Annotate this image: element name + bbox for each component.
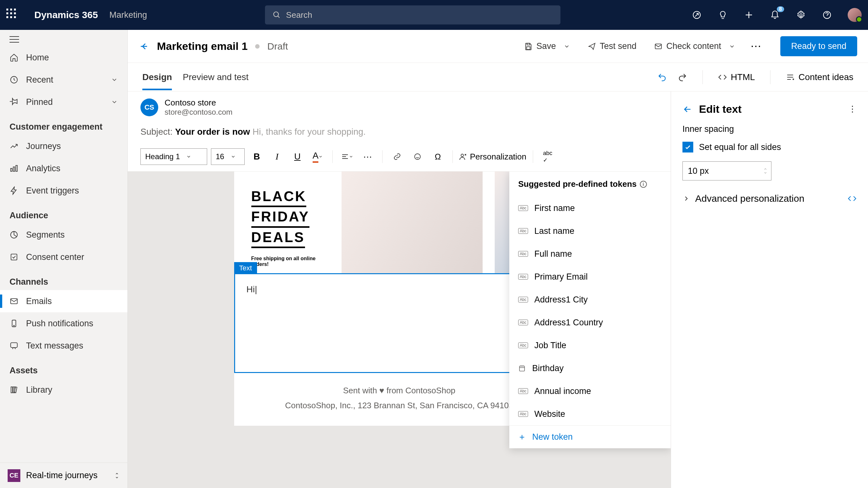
panel-more-button[interactable]: ⋮ — [848, 108, 857, 111]
chevron-down-icon — [318, 154, 323, 159]
fontsize-select[interactable]: 16 — [211, 148, 245, 165]
advanced-personalization-toggle[interactable]: Advanced personalization — [671, 180, 868, 217]
html-button[interactable]: HTML — [718, 72, 755, 82]
undo-button[interactable] — [657, 72, 667, 82]
save-icon — [524, 42, 532, 51]
email-canvas[interactable]: BLACK FRIDAY DEALS Free shipping on all … — [128, 172, 671, 488]
nav-push[interactable]: Push notifications — [0, 312, 127, 335]
symbol-button[interactable]: Ω — [430, 148, 446, 165]
emoji-button[interactable] — [409, 148, 426, 165]
token-item[interactable]: AbcAddress1 Country — [509, 311, 671, 334]
nav-label: Segments — [26, 230, 65, 240]
area-switcher[interactable]: CE Real-time journeys — [0, 463, 127, 488]
area-label: Real-time journeys — [26, 470, 97, 480]
spellcheck-button[interactable]: abc✓ — [539, 148, 556, 165]
nav-event-triggers[interactable]: Event triggers — [0, 180, 127, 202]
nav-analytics[interactable]: Analytics — [0, 157, 127, 180]
token-item[interactable]: AbcAddress1 City — [509, 288, 671, 311]
svg-point-18 — [14, 325, 14, 326]
test-send-button[interactable]: Test send — [588, 41, 637, 51]
hero-image-1[interactable] — [342, 172, 483, 273]
nav-label: Home — [26, 53, 49, 63]
token-item[interactable]: AbcJob Title — [509, 334, 671, 357]
nav-text[interactable]: Text messages — [0, 335, 127, 357]
app-launcher-icon[interactable] — [6, 8, 19, 21]
sender-email: store@contoso.com — [164, 108, 232, 117]
check-content-button[interactable]: Check content — [654, 41, 735, 51]
spacing-input[interactable]: 10 px — [682, 161, 771, 180]
token-item[interactable]: AbcFirst name — [509, 197, 671, 219]
token-item[interactable]: AbcAnnual income — [509, 380, 671, 402]
block-type-tag: Text — [234, 262, 257, 274]
redo-button[interactable] — [678, 72, 687, 82]
editor-tabs: Design Preview and test HTML Content ide… — [128, 63, 868, 92]
token-item[interactable]: AbcPrimary Email — [509, 265, 671, 288]
properties-panel: Edit text ⋮ Inner spacing Set equal for … — [671, 92, 868, 488]
nav-group-header: Channels — [0, 268, 127, 290]
bold-button[interactable]: B — [248, 148, 265, 165]
save-button[interactable]: Save — [524, 41, 570, 51]
nav-pinned[interactable]: Pinned — [0, 91, 127, 113]
new-token-button[interactable]: New token — [509, 425, 671, 448]
collapse-nav-button[interactable] — [0, 30, 127, 47]
nav-recent[interactable]: Recent — [0, 69, 127, 91]
more-actions-button[interactable]: ⋯ — [750, 43, 763, 49]
font-color-button[interactable]: A — [309, 148, 326, 165]
link-button[interactable] — [389, 148, 405, 165]
nav-library[interactable]: Library — [0, 379, 127, 401]
user-avatar[interactable] — [848, 8, 862, 22]
chevron-down-icon[interactable] — [729, 43, 735, 50]
ready-to-send-button[interactable]: Ready to send — [780, 36, 857, 56]
token-item[interactable]: Birthday — [509, 357, 671, 380]
nav-home[interactable]: Home — [0, 47, 127, 69]
content-ideas-button[interactable]: Content ideas — [786, 72, 854, 82]
consent-icon — [9, 252, 19, 262]
underline-button[interactable]: U — [289, 148, 306, 165]
info-icon[interactable]: i — [640, 181, 647, 188]
status-indicator — [255, 44, 259, 49]
chevron-down-icon — [349, 154, 353, 159]
nav-emails[interactable]: Emails — [0, 290, 127, 312]
align-icon — [341, 153, 349, 160]
chevron-down-icon[interactable] — [564, 43, 570, 50]
spinner-arrows[interactable] — [763, 167, 768, 175]
svg-rect-19 — [11, 343, 18, 347]
subject-row[interactable]: Subject: Your order is now Hi, thanks fo… — [128, 123, 671, 145]
svg-rect-11 — [11, 169, 12, 171]
back-button[interactable] — [138, 41, 149, 52]
nav-journeys[interactable]: Journeys — [0, 135, 127, 157]
nav-label: Analytics — [26, 163, 60, 174]
nav-label: Emails — [26, 297, 52, 306]
equal-sides-checkbox[interactable]: Set equal for all sides — [682, 142, 857, 152]
nav-segments[interactable]: Segments — [0, 224, 127, 246]
search-icon — [273, 11, 281, 19]
svg-rect-12 — [13, 167, 15, 171]
token-item[interactable]: AbcLast name — [509, 219, 671, 242]
help-icon[interactable] — [822, 9, 832, 20]
italic-button[interactable]: I — [269, 148, 285, 165]
notifications-icon[interactable]: 8 — [770, 9, 780, 20]
tab-design[interactable]: Design — [142, 64, 172, 90]
nav-consent[interactable]: Consent center — [0, 246, 127, 268]
svg-rect-15 — [11, 254, 17, 260]
sender-row[interactable]: CS Contoso store store@contoso.com — [128, 92, 671, 123]
search-input[interactable] — [286, 10, 553, 20]
align-button[interactable] — [339, 148, 355, 165]
panel-back-button[interactable] — [682, 104, 693, 114]
settings-icon[interactable] — [796, 9, 806, 20]
code-icon[interactable] — [848, 194, 857, 203]
tab-preview[interactable]: Preview and test — [183, 64, 248, 90]
add-icon[interactable] — [743, 9, 754, 20]
token-item[interactable]: AbcWebsite — [509, 402, 671, 425]
share-icon[interactable] — [691, 9, 702, 20]
personalization-button[interactable]: Personalization — [459, 152, 526, 162]
text-content[interactable]: Hi| — [247, 284, 552, 295]
svg-rect-13 — [16, 165, 18, 172]
global-search[interactable] — [265, 5, 560, 25]
token-item[interactable]: AbcFull name — [509, 242, 671, 265]
svg-line-1 — [278, 16, 280, 18]
library-icon — [9, 386, 19, 394]
lightbulb-icon[interactable] — [717, 9, 728, 20]
heading-select[interactable]: Heading 1 — [141, 148, 207, 165]
more-format-button[interactable]: ⋯ — [359, 148, 376, 165]
